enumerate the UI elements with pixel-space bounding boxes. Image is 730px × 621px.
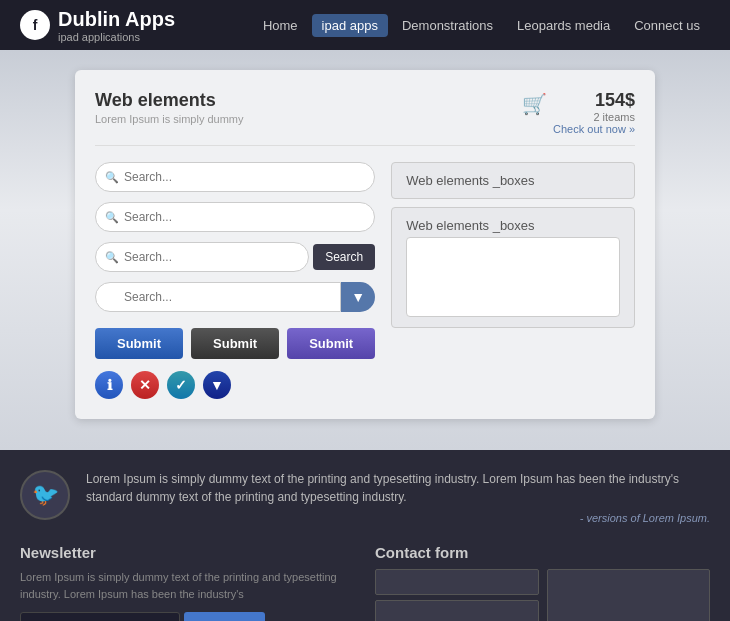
- search-group-4: ▼: [95, 282, 375, 312]
- submit-btn-dark[interactable]: Submit: [191, 328, 279, 359]
- footer-versions: - versions of Lorem Ipsum.: [86, 512, 710, 524]
- nav-demonstrations[interactable]: Demonstrations: [392, 14, 503, 37]
- submit-btn-purple[interactable]: Submit: [287, 328, 375, 359]
- search-group-1: 🔍: [95, 162, 375, 192]
- footer-contact-col: Contact form: [375, 544, 710, 621]
- contact-right: [547, 569, 711, 621]
- right-col: Web elements _boxes Web elements _boxes: [391, 162, 635, 399]
- web-element-box-inner: [406, 237, 620, 317]
- contact-email-input[interactable]: [375, 600, 539, 621]
- search-input-1[interactable]: [95, 162, 375, 192]
- web-element-box-2-label: Web elements _boxes: [406, 218, 620, 233]
- footer-newsletter-col: Newsletter Lorem Ipsum is simply dummy t…: [20, 544, 355, 621]
- footer-top: 🐦 Lorem Ipsum is simply dummy text of th…: [20, 470, 710, 524]
- cart-area: 🛒 154$ 2 iteams Check out now »: [522, 90, 635, 135]
- logo-text-area: Dublin Apps ipad applications: [58, 7, 175, 43]
- navbar: f Dublin Apps ipad applications Home ipa…: [0, 0, 730, 50]
- app-title: Dublin Apps: [58, 7, 175, 31]
- cart-items: 2 iteams: [553, 111, 635, 123]
- search-input-4[interactable]: [95, 282, 341, 312]
- newsletter-desc: Lorem Ipsum is simply dummy text of the …: [20, 569, 355, 602]
- icon-btn-info[interactable]: ℹ: [95, 371, 123, 399]
- nav-leopards-media[interactable]: Leopards media: [507, 14, 620, 37]
- search-input-2[interactable]: [95, 202, 375, 232]
- submit-btn-blue[interactable]: Submit: [95, 328, 183, 359]
- subscribe-button[interactable]: Subscribe: [184, 612, 265, 621]
- newsletter-title: Newsletter: [20, 544, 355, 561]
- search-input-3[interactable]: [95, 242, 309, 272]
- content-box: Web elements Lorem Ipsum is simply dummy…: [75, 70, 655, 419]
- logo-area: f Dublin Apps ipad applications: [20, 7, 175, 43]
- dropdown-button[interactable]: ▼: [341, 282, 375, 312]
- web-element-box-1: Web elements _boxes: [391, 162, 635, 199]
- icon-group: ℹ ✕ ✓ ▼: [95, 371, 375, 399]
- two-col: 🔍 🔍 🔍 Search ▼: [95, 162, 635, 399]
- cart-price: 154$: [553, 90, 635, 111]
- newsletter-email-input[interactable]: [20, 612, 180, 621]
- footer-columns: Newsletter Lorem Ipsum is simply dummy t…: [20, 544, 710, 621]
- nav-connect-us[interactable]: Connect us: [624, 14, 710, 37]
- submit-group: Submit Submit Submit: [95, 328, 375, 359]
- search-icon-3: 🔍: [105, 251, 119, 264]
- newsletter-form: Subscribe: [20, 612, 355, 621]
- page-title: Web elements: [95, 90, 244, 111]
- web-element-box-2: Web elements _boxes: [391, 207, 635, 328]
- cart-info: 154$ 2 iteams Check out now »: [553, 90, 635, 135]
- logo-icon: f: [20, 10, 50, 40]
- left-col: 🔍 🔍 🔍 Search ▼: [95, 162, 375, 399]
- page-subtitle: Lorem Ipsum is simply dummy: [95, 113, 244, 125]
- cart-checkout[interactable]: Check out now »: [553, 123, 635, 135]
- contact-name-input[interactable]: [375, 569, 539, 595]
- footer-tweet-text: Lorem Ipsum is simply dummy text of the …: [86, 470, 710, 506]
- search-dropdown-wrap: ▼: [95, 282, 375, 312]
- content-box-header: Web elements Lorem Ipsum is simply dummy…: [95, 90, 635, 146]
- contact-message-input[interactable]: [547, 569, 711, 621]
- twitter-avatar: 🐦: [20, 470, 70, 520]
- nav-ipad-apps[interactable]: ipad apps: [312, 14, 388, 37]
- search-icon-2: 🔍: [105, 211, 119, 224]
- search-group-2: 🔍: [95, 202, 375, 232]
- main-content: Web elements Lorem Ipsum is simply dummy…: [0, 50, 730, 450]
- icon-btn-check[interactable]: ✓: [167, 371, 195, 399]
- search-icon-1: 🔍: [105, 171, 119, 184]
- page-title-area: Web elements Lorem Ipsum is simply dummy: [95, 90, 244, 125]
- app-subtitle: ipad applications: [58, 31, 175, 43]
- icon-btn-close[interactable]: ✕: [131, 371, 159, 399]
- footer-tweet-container: Lorem Ipsum is simply dummy text of the …: [86, 470, 710, 524]
- icon-btn-down[interactable]: ▼: [203, 371, 231, 399]
- contact-left: [375, 569, 539, 621]
- nav-home[interactable]: Home: [253, 14, 308, 37]
- search-button[interactable]: Search: [313, 244, 375, 270]
- nav-links: Home ipad apps Demonstrations Leopards m…: [253, 14, 710, 37]
- contact-title: Contact form: [375, 544, 710, 561]
- footer: 🐦 Lorem Ipsum is simply dummy text of th…: [0, 450, 730, 621]
- cart-icon: 🛒: [522, 92, 547, 116]
- search-group-3: 🔍 Search: [95, 242, 375, 272]
- contact-form: [375, 569, 710, 621]
